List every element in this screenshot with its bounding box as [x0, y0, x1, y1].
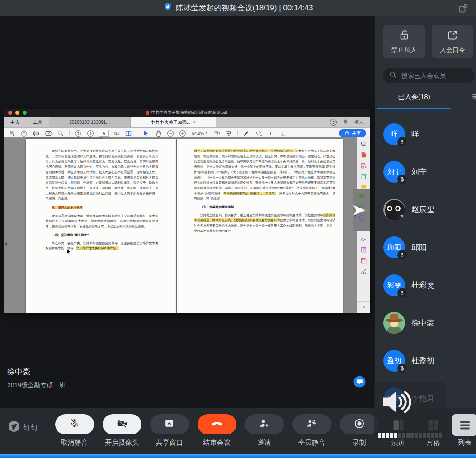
participant-row[interactable]: 邱阳邱阳: [375, 229, 476, 267]
participant-row[interactable]: 彩雯杜彩雯: [375, 266, 476, 304]
avatar: 盈初: [383, 350, 405, 372]
presentation-icon[interactable]: [225, 130, 232, 137]
settings-wrench-icon[interactable]: [360, 268, 367, 275]
document-paragraph: 三、坚持党的政治领导: [46, 205, 158, 210]
avatar-photo: [383, 312, 405, 334]
mute-all-button[interactable]: 全员静音: [288, 414, 335, 447]
search-input[interactable]: [401, 71, 466, 80]
tab-joined[interactable]: 已入会(18): [398, 93, 430, 101]
previous-page-icon[interactable]: [75, 130, 82, 137]
save-as-icon[interactable]: [360, 257, 367, 264]
participant-row[interactable]: 刘宁刘宁: [375, 153, 476, 191]
button-label: 全员静音: [298, 439, 325, 447]
mic-off-button[interactable]: 取消静音: [51, 414, 98, 447]
invite-button[interactable]: 邀请: [240, 414, 288, 447]
button-label: 取消静音: [61, 439, 88, 447]
search-box[interactable]: [383, 68, 475, 83]
search-doc-icon[interactable]: [57, 130, 64, 137]
menu-tab-主页[interactable]: 主页: [4, 117, 26, 127]
pdf-page-right: 领导，最关键的是坚决维护习近平总书记党中央的核心、全党的核心地位。要教育引导党员…: [177, 139, 343, 313]
next-page-icon[interactable]: [87, 130, 94, 137]
zoom-out-icon[interactable]: [167, 130, 174, 137]
mic-muted-icon: [397, 175, 407, 184]
panel-search-icon[interactable]: [360, 141, 367, 147]
left-panel-collapse-icon[interactable]: [5, 242, 7, 246]
organize-pages-icon[interactable]: [360, 162, 367, 169]
participant-row[interactable]: 赵辰玺: [375, 191, 476, 229]
unlock-button[interactable]: 禁止加人: [383, 25, 425, 58]
document-paragraph: 政治立场事关根本。全党必须始终坚定马克思主义立场，坚持党性和人民性相统一，坚决站…: [46, 148, 158, 201]
login-button[interactable]: 登录: [354, 119, 364, 126]
form-doc-icon[interactable]: [360, 246, 367, 253]
file-tab[interactable]: 中共中央关于加强...×: [130, 117, 216, 127]
volume-segment: [427, 433, 430, 438]
camera-off-button[interactable]: 开启摄像头: [98, 414, 146, 447]
dingtalk-logo-icon: [8, 420, 20, 434]
thumbnails-icon[interactable]: [358, 193, 365, 199]
participant-name: 咩: [411, 129, 419, 139]
email-icon[interactable]: [45, 130, 52, 137]
popout-window-icon[interactable]: [458, 3, 469, 14]
tab-not-joined[interactable]: 未: [471, 93, 476, 101]
mic-muted-icon: [397, 137, 407, 146]
chat-icon[interactable]: [353, 376, 366, 388]
menu-tab-工具[interactable]: 工具: [26, 117, 49, 127]
export-icon[interactable]: [360, 173, 367, 180]
volume-segment: [431, 433, 434, 438]
hangup-button[interactable]: 结束会议: [193, 414, 240, 447]
print-icon[interactable]: [33, 130, 40, 137]
volume-segment: [435, 433, 438, 438]
participant-name: 杜彩雯: [411, 280, 434, 290]
minimize-window-icon[interactable]: [15, 111, 19, 115]
fit-page-icon[interactable]: ▾: [213, 130, 220, 137]
notification-bell-icon[interactable]: [343, 119, 349, 126]
zoom-level-dropdown[interactable]: 54.8%▾: [191, 131, 208, 136]
share-window-icon: [164, 418, 175, 431]
document-paragraph: 事在四方，要在中央。坚持和加强党的全面领导，最重要的是坚决维护党中央权威和集中统…: [46, 241, 158, 251]
save-icon[interactable]: [8, 130, 15, 137]
pdf-share-button[interactable]: 共享: [339, 129, 366, 137]
page-number-input[interactable]: 6: [99, 130, 109, 137]
button-label: 开启摄像头: [105, 439, 139, 447]
help-icon[interactable]: ?: [330, 119, 337, 126]
pdf-document-area[interactable]: 政治立场事关根本。全党必须始终坚定马克思主义立场，坚持党性和人民性相统一，坚决站…: [4, 137, 357, 313]
participant-row[interactable]: 盈初杜盈初: [375, 342, 476, 380]
file-tab[interactable]: 20200103-163091...: [49, 117, 130, 127]
pdf-window-title: 中共中央关于加强党的政治建设的意见.pdf: [146, 110, 227, 116]
button-label: 邀请: [258, 439, 271, 447]
view-mode-列表[interactable]: 列表: [452, 414, 476, 447]
mac-traffic-lights[interactable]: [8, 111, 27, 115]
pencil-annotate-icon[interactable]: [243, 130, 250, 137]
mic-muted-icon: [397, 364, 407, 373]
collapse-panel-button[interactable]: ⇥: [357, 301, 370, 309]
button-pill: [340, 414, 379, 434]
screen-bottom-strip: [0, 454, 476, 458]
dingtalk-logo[interactable]: 钉钉: [8, 420, 38, 434]
zoom-window-icon[interactable]: [23, 111, 27, 115]
select-cursor-icon[interactable]: [142, 130, 150, 137]
svg-text:T: T: [281, 130, 284, 136]
record-icon: [353, 418, 365, 431]
volume-segment: [386, 433, 389, 438]
pdf-tab-bar: 主页工具20200103-163091...中共中央关于加强...× ? 登录: [4, 117, 370, 128]
hand-pan-icon[interactable]: [155, 130, 162, 137]
upload-share-icon[interactable]: [20, 130, 28, 137]
typewriter-text-icon[interactable]: T: [267, 130, 274, 137]
share-window-button[interactable]: 共享窗口: [146, 414, 193, 447]
close-window-icon[interactable]: [8, 111, 12, 115]
two-page-view-icon[interactable]: [125, 130, 132, 137]
convert-pdf-icon[interactable]: [360, 151, 367, 158]
mic-muted-icon: [397, 288, 407, 297]
volume-segment: [419, 433, 422, 438]
signature-icon[interactable]: [360, 236, 367, 242]
highlighter-icon[interactable]: [255, 130, 262, 137]
zoom-in-icon[interactable]: [179, 130, 186, 137]
meeting-code-button[interactable]: 入会口令: [432, 25, 473, 58]
participant-row[interactable]: 徐中豪: [375, 304, 476, 342]
button-label: 共享窗口: [156, 439, 183, 447]
participant-row[interactable]: 咩咩: [375, 115, 476, 153]
volume-segment: [402, 433, 405, 438]
underline-text-icon[interactable]: T: [279, 130, 287, 137]
close-tab-icon[interactable]: ×: [193, 120, 196, 125]
button-pill: [245, 414, 284, 434]
